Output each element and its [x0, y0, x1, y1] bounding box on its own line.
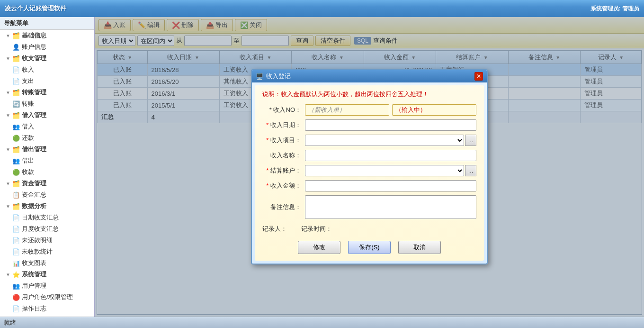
collect-icon: 🟢	[12, 169, 20, 176]
sidebar: 导航菜单 ▼ 🗂️ 基础信息 👤 账户信息 ▼ 🗂️ 收支管理 📄 收入 📄 支…	[0, 17, 95, 317]
settings-icon: ⚙️	[12, 317, 20, 317]
account-browse-button[interactable]: …	[465, 165, 476, 176]
amount-input[interactable]	[305, 180, 476, 191]
sidebar-group-borrow-in[interactable]: ▼ 🗂️ 借入管理	[0, 109, 94, 121]
sidebar-group-capital[interactable]: ▼ 🗂️ 资金管理	[0, 178, 94, 189]
sidebar-group-income-expense[interactable]: ▼ 🗂️ 收支管理	[0, 53, 94, 64]
dialog-notice: 说明：收入金额默认为两位小数，超出两位按四舍五入处理！	[262, 90, 476, 99]
sidebar-group-borrow-out-label: 借出管理	[22, 145, 46, 154]
sidebar-item-daily[interactable]: 📄 日期收支汇总	[0, 212, 94, 223]
sidebar-item-uncollected[interactable]: 📄 未收款统计	[0, 246, 94, 257]
sidebar-item-repay[interactable]: 🟢 还款	[0, 132, 94, 144]
modify-button[interactable]: 修改	[298, 241, 340, 254]
sidebar-item-settings[interactable]: ⚙️ 系统设置	[0, 314, 94, 317]
time-label: 记录时间：	[301, 225, 332, 232]
sidebar-item-borrow-out[interactable]: 👥 借出	[0, 155, 94, 166]
project-input-group: …	[305, 135, 476, 146]
chart-icon: 📊	[12, 260, 20, 267]
date-label: 收入日期：	[262, 121, 305, 129]
sidebar-header: 导航菜单	[0, 17, 94, 30]
log-icon: 📄	[12, 305, 20, 312]
sidebar-item-account[interactable]: 👤 账户信息	[0, 41, 94, 53]
form-row-no: * 收入NO： （新收入单） （输入中）	[262, 104, 476, 116]
sidebar-item-borrow-in[interactable]: 👥 借入	[0, 121, 94, 132]
sidebar-group-analysis-label: 数据分析	[22, 202, 46, 210]
account-select[interactable]	[305, 165, 464, 176]
income-icon: 📄	[12, 66, 20, 73]
sidebar-item-roles-label: 用户角色/权限管理	[22, 293, 73, 301]
statusbar: 就绪	[0, 317, 644, 328]
dialog: 🖥️ 收入登记 ✕ 说明：收入金额默认为两位小数，超出两位按四舍五入处理！ * …	[251, 69, 488, 264]
sidebar-item-repay-label: 还款	[22, 134, 34, 142]
sidebar-item-monthly-label: 月度收支汇总	[22, 225, 59, 233]
app-title: 凌云个人记账管理软件	[5, 4, 590, 13]
sidebar-nav-label: 导航菜单	[4, 19, 28, 27]
date-input[interactable]	[305, 119, 476, 131]
sidebar-group-analysis[interactable]: ▼ 🗂️ 数据分析	[0, 200, 94, 212]
note-label: 备注信息：	[262, 203, 305, 211]
sidebar-item-borrow-in-label: 借入	[22, 122, 34, 131]
sidebar-item-chart-label: 收支图表	[22, 259, 46, 267]
name-label: 收入名称：	[262, 151, 305, 160]
dialog-close-button[interactable]: ✕	[474, 72, 483, 81]
uncollected-icon: 📄	[12, 248, 20, 255]
sidebar-group-capital-label: 资金管理	[22, 179, 46, 188]
form-row-name: 收入名称：	[262, 150, 476, 161]
no-status: （输入中）	[395, 106, 426, 114]
sidebar-item-expense-label: 支出	[22, 77, 34, 85]
note-textarea[interactable]	[305, 195, 476, 219]
borrow-out-icon: 👥	[12, 157, 20, 164]
recorder-info: 记录人：	[262, 225, 287, 233]
daily-icon: 📄	[12, 214, 20, 221]
modal-overlay: 🖥️ 收入登记 ✕ 说明：收入金额默认为两位小数，超出两位按四舍五入处理！ * …	[95, 17, 644, 317]
sidebar-item-unpaid-label: 未还款明细	[22, 236, 53, 245]
cancel-button[interactable]: 取消	[398, 241, 441, 254]
name-input[interactable]	[305, 150, 476, 161]
dialog-body: 说明：收入金额默认为两位小数，超出两位按四舍五入处理！ * 收入NO： （新收入…	[255, 85, 484, 261]
sidebar-group-transfer-label: 转账管理	[22, 88, 46, 97]
sidebar-item-capital-label: 资金汇总	[22, 191, 46, 199]
account-icon: 👤	[12, 44, 20, 51]
roles-icon: 🔴	[12, 294, 20, 301]
sidebar-item-borrow-out-label: 借出	[22, 156, 34, 165]
sidebar-item-uncollected-label: 未收款统计	[22, 247, 53, 256]
sidebar-item-income-label: 收入	[22, 65, 34, 74]
sidebar-item-account-label: 账户信息	[22, 43, 46, 51]
sidebar-group-borrow-in-label: 借入管理	[22, 111, 46, 119]
capital-summary-icon: 📋	[12, 191, 20, 199]
sidebar-item-daily-label: 日期收支汇总	[22, 213, 59, 222]
sidebar-item-users[interactable]: 👥 用户管理	[0, 280, 94, 292]
sidebar-item-collect[interactable]: 🟢 收款	[0, 166, 94, 178]
sidebar-item-users-label: 用户管理	[22, 282, 46, 290]
sidebar-group-borrow-out[interactable]: ▼ 🗂️ 借出管理	[0, 144, 94, 155]
titlebar: 凌云个人记账管理软件 系统管理员: 管理员	[0, 0, 644, 17]
form-row-note: 备注信息：	[262, 195, 476, 219]
sidebar-item-capital-summary[interactable]: 📋 资金汇总	[0, 189, 94, 200]
dialog-titlebar: 🖥️ 收入登记 ✕	[252, 70, 487, 82]
sidebar-item-expense[interactable]: 📄 支出	[0, 75, 94, 87]
save-button[interactable]: 保存(S)	[348, 241, 391, 254]
sidebar-item-monthly[interactable]: 📄 月度收支汇总	[0, 223, 94, 235]
sidebar-item-roles[interactable]: 🔴 用户角色/权限管理	[0, 292, 94, 303]
project-select[interactable]	[305, 135, 464, 146]
transfer-icon: 🔄	[12, 100, 20, 108]
sidebar-group-system[interactable]: ▼ ⭐ 系统管理	[0, 269, 94, 280]
sidebar-group-basic[interactable]: ▼ 🗂️ 基础信息	[0, 30, 94, 41]
project-browse-button[interactable]: …	[465, 135, 476, 146]
sidebar-item-log[interactable]: 📄 操作日志	[0, 303, 94, 314]
form-row-date: 收入日期：	[262, 119, 476, 131]
dialog-buttons: 修改 保存(S) 取消	[262, 237, 476, 256]
sidebar-item-log-label: 操作日志	[22, 304, 46, 313]
sidebar-group-system-label: 系统管理	[22, 270, 46, 279]
sidebar-item-transfer[interactable]: 🔄 转账	[0, 98, 94, 109]
no-status-field: （输入中）	[392, 104, 476, 116]
sidebar-group-transfer[interactable]: ▼ 🗂️ 转账管理	[0, 87, 94, 98]
sidebar-item-chart[interactable]: 📊 收支图表	[0, 257, 94, 269]
sidebar-item-unpaid[interactable]: 📄 未还款明细	[0, 235, 94, 246]
sidebar-group-income-label: 收支管理	[22, 54, 46, 63]
amount-label: 收入金额：	[262, 182, 305, 190]
time-info: 记录时间：	[301, 225, 332, 233]
content-area: 📥 入账 ✏️ 编辑 ❌ 删除 📤 导出 ❎ 关闭 收入日期	[95, 17, 644, 317]
no-field: （新收入单）	[305, 104, 389, 116]
sidebar-item-income[interactable]: 📄 收入	[0, 64, 94, 75]
